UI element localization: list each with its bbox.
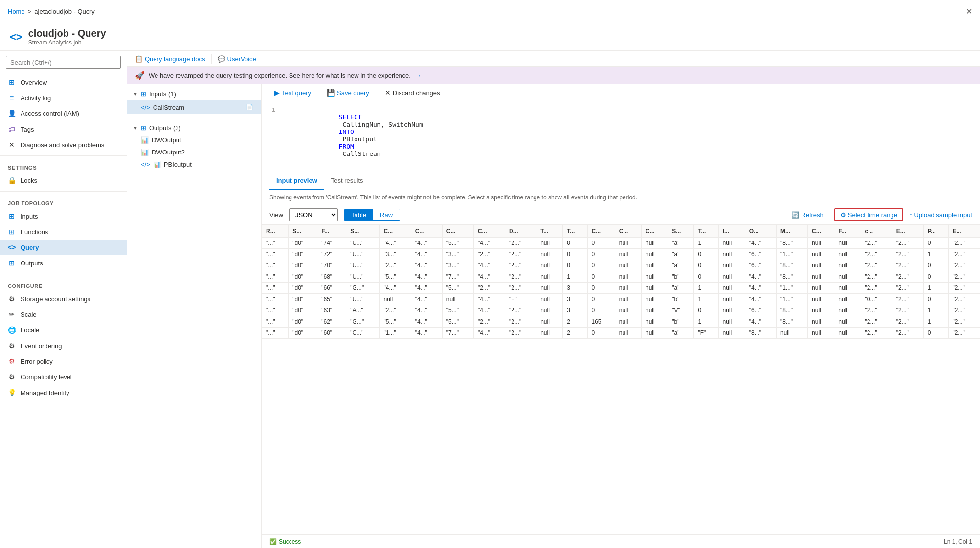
pbioutput-item[interactable]: </> 📊 PBIoutput <box>127 158 261 171</box>
table-row: "...""d0""60""C...""1...""4...""7...""4.… <box>262 328 980 339</box>
discard-changes-button[interactable]: ✕ Discard changes <box>380 87 445 99</box>
upload-icon: ↑ <box>909 211 913 219</box>
inputs-group[interactable]: ▼ ⊞ Inputs (1) <box>127 88 261 100</box>
table-cell: null <box>536 271 563 283</box>
callstream-item[interactable]: </> CallStream 📄 <box>127 100 261 114</box>
dwoutput-item[interactable]: 📊 DWOutput <box>127 134 261 146</box>
table-cell: 0 <box>694 271 718 283</box>
sidebar-item-overview[interactable]: ⊞ Overview <box>0 74 127 90</box>
table-cell: "4..." <box>411 271 442 283</box>
table-cell: "2..." <box>948 305 980 316</box>
breadcrumb-home[interactable]: Home <box>8 8 25 15</box>
sidebar-item-label: Diagnose and solve problems <box>21 141 104 149</box>
sidebar-item-compatibility[interactable]: ⚙ Compatibility level <box>0 369 127 385</box>
table-cell: null <box>834 316 861 328</box>
table-cell: "74" <box>317 238 346 249</box>
select-time-range-button[interactable]: ⚙ Select time range <box>834 208 903 221</box>
sidebar-item-query[interactable]: <> Query <box>0 240 127 255</box>
query-docs-label: Query language docs <box>145 55 205 63</box>
table-cell: "5..." <box>442 305 473 316</box>
table-cell: "6..." <box>745 260 776 271</box>
sidebar-item-event-ordering[interactable]: ⚙ Event ordering <box>0 338 127 353</box>
refresh-button[interactable]: 🔄 Refresh <box>786 209 828 220</box>
table-cell: "2..." <box>948 271 980 283</box>
upload-sample-button[interactable]: ↑ Upload sample input <box>909 211 972 219</box>
sidebar-item-label: Event ordering <box>21 342 62 350</box>
table-column-header: T... <box>563 225 587 238</box>
table-cell: "2..." <box>379 260 411 271</box>
sidebar-item-label: Locale <box>21 327 39 334</box>
sidebar-item-storage-account[interactable]: ⚙ Storage account settings <box>0 291 127 307</box>
sidebar-item-inputs[interactable]: ⊞ Inputs <box>0 208 127 224</box>
table-cell: "U..." <box>346 260 379 271</box>
tab-test-results[interactable]: Test results <box>324 172 370 190</box>
table-cell: "7..." <box>442 328 473 339</box>
keyword-into: INTO <box>339 128 354 135</box>
table-cell: "d0" <box>289 249 317 260</box>
table-cell: "4..." <box>411 283 442 294</box>
app-title-group: cloudjob - Query Stream Analytics job <box>28 28 106 46</box>
view-select[interactable]: JSON <box>289 208 338 221</box>
results-info: Showing events from 'CallStream'. This l… <box>262 190 980 205</box>
banner-text: We have revamped the query testing exper… <box>149 72 411 79</box>
table-cell: "2..." <box>892 260 923 271</box>
close-button[interactable]: ✕ <box>966 7 972 16</box>
query-docs-link[interactable]: 📋 Query language docs <box>135 55 205 63</box>
banner-arrow[interactable]: → <box>415 72 421 79</box>
sidebar-item-tags[interactable]: 🏷 Tags <box>0 121 127 137</box>
outputs-group[interactable]: ▼ ⊞ Outputs (3) <box>127 122 261 134</box>
table-cell: null <box>615 260 641 271</box>
sidebar-item-label: Access control (IAM) <box>21 110 79 117</box>
table-cell: "..." <box>262 294 289 305</box>
sidebar-item-error-policy[interactable]: ⚙ Error policy <box>0 353 127 369</box>
pbioutput-label: PBIoutput <box>164 161 192 168</box>
error-policy-icon: ⚙ <box>8 357 16 365</box>
sidebar-item-activity-log[interactable]: ≡ Activity log <box>0 90 127 106</box>
sidebar-item-scale[interactable]: ✏ Scale <box>0 307 127 322</box>
sidebar-item-managed-identity[interactable]: 💡 Managed Identity <box>0 385 127 400</box>
sidebar-item-locks[interactable]: 🔒 Locks <box>0 173 127 188</box>
code-line[interactable]: SELECT CallingNum, SwitchNum INTO PBIout… <box>281 106 431 165</box>
table-column-header: C... <box>615 225 641 238</box>
table-cell: 165 <box>587 316 615 328</box>
table-cell: "a" <box>668 283 694 294</box>
sidebar-item-outputs[interactable]: ⊞ Outputs <box>0 255 127 271</box>
table-cell: "66" <box>317 283 346 294</box>
test-query-button[interactable]: ▶ Test query <box>269 87 316 99</box>
toggle-raw-button[interactable]: Raw <box>373 209 400 220</box>
results-controls: View JSON Table Raw 🔄 Refresh <box>262 205 980 225</box>
table-cell: "4..." <box>745 316 776 328</box>
locks-icon: 🔒 <box>8 176 16 184</box>
table-cell: "2..." <box>892 249 923 260</box>
table-cell: null <box>808 260 834 271</box>
sidebar-item-functions[interactable]: ⊞ Functions <box>0 224 127 240</box>
search-input[interactable] <box>6 56 121 69</box>
callstream-icon: </> <box>141 104 150 111</box>
save-query-button[interactable]: 💾 Save query <box>322 87 374 99</box>
table-cell: "..." <box>262 283 289 294</box>
table-cell: "2..." <box>861 316 892 328</box>
toggle-table-button[interactable]: Table <box>344 209 373 220</box>
table-cell: "3..." <box>442 260 473 271</box>
tab-input-preview[interactable]: Input preview <box>269 172 324 190</box>
table-cell: "b" <box>668 316 694 328</box>
sidebar-item-access-control[interactable]: 👤 Access control (IAM) <box>0 106 127 121</box>
table-cell: 0 <box>563 260 587 271</box>
table-cell: "..." <box>262 305 289 316</box>
table-cell: "A..." <box>346 305 379 316</box>
table-cell: "d0" <box>289 316 317 328</box>
table-cell: null <box>808 294 834 305</box>
table-cell: null <box>776 328 807 339</box>
code-area[interactable]: 1 SELECT CallingNum, SwitchNum INTO PBIo… <box>262 102 980 169</box>
table-cell: null <box>718 283 745 294</box>
table-cell: 0 <box>694 249 718 260</box>
sidebar-item-locale[interactable]: 🌐 Locale <box>0 322 127 338</box>
dwoutput2-item[interactable]: 📊 DWOutput2 <box>127 146 261 158</box>
table-cell: "2..." <box>505 305 536 316</box>
table-cell: null <box>642 305 668 316</box>
managed-identity-icon: 💡 <box>8 389 16 396</box>
table-cell: null <box>718 316 745 328</box>
uservoice-link[interactable]: 💬 UserVoice <box>218 55 256 63</box>
sidebar-item-diagnose[interactable]: ✕ Diagnose and solve problems <box>0 137 127 153</box>
breadcrumb-page: ajetacloudjob - Query <box>34 8 95 15</box>
